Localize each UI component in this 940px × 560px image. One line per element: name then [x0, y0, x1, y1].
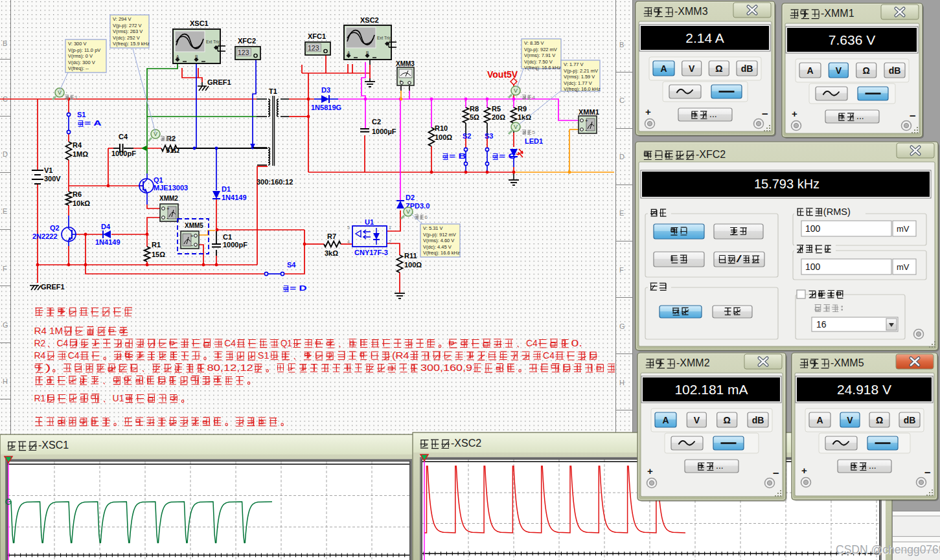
svg-text:1MΩ: 1MΩ	[73, 150, 88, 158]
svg-text:R2: R2	[34, 337, 46, 348]
svg-text:D: D	[3, 150, 8, 158]
svg-text:GREF1: GREF1	[207, 78, 231, 86]
svg-text:H: H	[619, 379, 625, 386]
svg-text:0.: 0.	[571, 337, 582, 348]
svg-text:C4: C4	[68, 350, 80, 361]
svg-text:V(freq): --: V(freq): --	[68, 65, 89, 71]
svg-text:-XMM1: -XMM1	[821, 8, 854, 19]
svg-text:51Ω: 51Ω	[166, 146, 179, 154]
svg-text:dB: dB	[889, 65, 901, 76]
svg-text:XMM3: XMM3	[396, 60, 415, 67]
svg-text:...: ...	[709, 109, 717, 119]
svg-text:100Ω: 100Ω	[404, 261, 422, 269]
svg-text:S4: S4	[287, 261, 296, 269]
svg-text:XSC2: XSC2	[360, 16, 379, 24]
svg-text:5: 5	[532, 129, 535, 135]
svg-text:24.918 V: 24.918 V	[837, 382, 891, 397]
svg-text:C1: C1	[223, 233, 232, 241]
svg-text:F: F	[3, 265, 7, 273]
svg-text:V(rms): 0 V: V(rms): 0 V	[68, 53, 93, 59]
svg-text:300:160:12: 300:160:12	[257, 178, 293, 186]
svg-text:-: -	[166, 215, 168, 221]
svg-text:1000pF: 1000pF	[111, 150, 136, 157]
svg-text:C2: C2	[372, 118, 381, 126]
svg-text:1N5819G: 1N5819G	[311, 104, 341, 111]
svg-text:G: G	[3, 321, 8, 329]
svg-text:+: +	[792, 108, 797, 119]
svg-text:Q2: Q2	[50, 224, 60, 232]
svg-text:A: A	[662, 415, 669, 425]
svg-text:B: B	[619, 41, 624, 49]
svg-text:V: V	[514, 124, 518, 130]
svg-text:/: /	[737, 254, 742, 264]
svg-text:XFC1: XFC1	[308, 32, 326, 40]
svg-text:2.14 A: 2.14 A	[685, 30, 724, 45]
svg-text:C4: C4	[526, 337, 538, 348]
svg-text:...: ...	[869, 460, 877, 471]
svg-text:A: A	[807, 65, 813, 76]
svg-text:1N4149: 1N4149	[95, 238, 120, 246]
svg-text:-XMM3: -XMM3	[674, 6, 708, 17]
svg-text:–: –	[773, 467, 779, 479]
svg-text:4: 4	[347, 240, 350, 244]
svg-text:V(rms): 4.60 V: V(rms): 4.60 V	[423, 238, 454, 243]
svg-text:S3: S3	[485, 132, 493, 140]
svg-text:...: ...	[856, 111, 864, 121]
svg-text:+: +	[190, 233, 194, 239]
svg-text:-XFC2: -XFC2	[696, 149, 726, 160]
svg-text:-XMM2: -XMM2	[676, 357, 710, 368]
svg-text:V(dc): 1.77 V: V(dc): 1.77 V	[564, 80, 592, 86]
svg-text:V(p-p): 922 mV: V(p-p): 922 mV	[524, 47, 557, 52]
svg-text:V: V	[406, 208, 410, 215]
svg-text:D2: D2	[406, 194, 415, 201]
svg-text:C4: C4	[57, 337, 69, 348]
svg-text:S1: S1	[258, 350, 269, 361]
svg-text:V1: V1	[44, 166, 52, 174]
svg-text:Ext Trig: Ext Trig	[377, 36, 391, 41]
svg-text:R6: R6	[73, 190, 82, 198]
svg-text:mV: mV	[897, 224, 910, 234]
svg-text:R8: R8	[470, 105, 479, 113]
svg-text:V: V	[847, 415, 853, 425]
svg-text:= B: = B	[449, 152, 466, 160]
svg-text:R11: R11	[404, 252, 417, 260]
svg-text:R5: R5	[492, 105, 501, 113]
svg-text:S1: S1	[77, 111, 86, 118]
svg-text:C4: C4	[543, 350, 555, 361]
svg-text:20Ω: 20Ω	[492, 113, 505, 121]
svg-text:6: 6	[424, 214, 428, 220]
svg-text:V(freq): 15.9 kHz: V(freq): 15.9 kHz	[113, 41, 150, 47]
svg-text:D4: D4	[101, 223, 111, 230]
svg-text:-XMM5: -XMM5	[831, 357, 864, 368]
svg-text:H: H	[3, 377, 8, 385]
svg-text:-: -	[585, 127, 587, 133]
svg-text:): )	[45, 362, 51, 373]
svg-text:V(p-p): 912 mV: V(p-p): 912 mV	[423, 232, 456, 238]
svg-text:Ω: Ω	[724, 415, 731, 425]
svg-text:V(rms): 1.59 V: V(rms): 1.59 V	[564, 74, 595, 80]
svg-text:XFC2: XFC2	[238, 37, 256, 45]
svg-text:+: +	[645, 106, 651, 117]
svg-text:MJE13003: MJE13003	[154, 184, 188, 192]
svg-text:15Ω: 15Ω	[152, 251, 165, 258]
svg-text:D1: D1	[222, 185, 231, 193]
svg-text:V: V	[694, 415, 700, 425]
svg-text:V: 300 V: V: 300 V	[68, 41, 87, 47]
svg-text:V(dc): 4.45 V: V(dc): 4.45 V	[423, 244, 452, 250]
svg-text:1N4149: 1N4149	[222, 194, 247, 201]
svg-text:V(p-p): 272 V: V(p-p): 272 V	[113, 23, 142, 28]
svg-text:R4: R4	[34, 350, 46, 361]
svg-text:V: V	[836, 65, 842, 76]
svg-text:R9: R9	[518, 105, 527, 113]
svg-text:V(rms): 7.91 V: V(rms): 7.91 V	[524, 52, 555, 58]
svg-text:Ω: Ω	[863, 65, 870, 76]
svg-text:102.181 mA: 102.181 mA	[674, 382, 748, 397]
svg-text:15.793 kHz: 15.793 kHz	[754, 177, 820, 191]
svg-text:-XSC1: -XSC1	[38, 440, 69, 451]
svg-text:2N2222: 2N2222	[32, 232, 58, 240]
svg-text:XSC1: XSC1	[190, 19, 209, 27]
svg-text:V: V	[689, 63, 695, 74]
svg-text:V(dc): 252 V: V(dc): 252 V	[113, 35, 140, 41]
svg-text:= C: = C	[499, 152, 516, 160]
svg-text:XMM2: XMM2	[159, 195, 178, 202]
